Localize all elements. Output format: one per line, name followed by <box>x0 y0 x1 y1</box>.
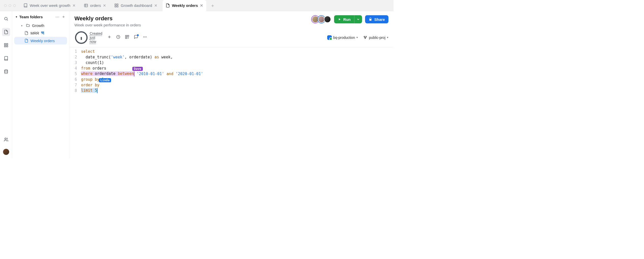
table-icon <box>84 3 88 8</box>
sidebar-title: Team folders <box>19 15 53 19</box>
created-label: Created just now <box>90 31 103 44</box>
search-button[interactable] <box>2 15 10 23</box>
close-icon[interactable]: ✕ <box>72 3 76 8</box>
line-number: 2 <box>69 55 81 59</box>
collapse-icon[interactable]: ▾ <box>16 15 17 19</box>
dashboards-button[interactable] <box>2 41 10 49</box>
grid-icon <box>114 3 119 8</box>
info-icon <box>74 31 88 44</box>
svg-rect-1 <box>115 4 116 5</box>
share-button[interactable]: Share <box>365 15 388 23</box>
created-info[interactable]: Created just now <box>74 31 103 44</box>
search-icon <box>4 17 8 21</box>
sidebar-item-label: MRR <box>30 31 39 35</box>
project-picker[interactable]: public-proj ▾ <box>363 35 388 40</box>
avatar[interactable] <box>324 16 331 23</box>
tab-label: Growth dashboard <box>121 3 152 8</box>
chevron-right-icon: ▸ <box>21 24 24 27</box>
project-label: public-proj <box>369 36 385 40</box>
svg-rect-7 <box>6 43 8 45</box>
clock-icon <box>116 35 120 39</box>
svg-point-10 <box>5 70 8 71</box>
svg-point-5 <box>5 17 7 20</box>
tab-label: orders <box>90 3 101 8</box>
docs-button[interactable] <box>2 54 10 62</box>
window-controls[interactable] <box>4 4 16 7</box>
history-button[interactable] <box>116 35 120 40</box>
line-number: 7 <box>69 83 81 87</box>
tab-weekly-orders[interactable]: Weekly orders ✕ <box>163 0 206 11</box>
doc-title[interactable]: Weekly orders <box>74 15 313 22</box>
chart-badge-icon <box>41 31 44 35</box>
svg-point-18 <box>145 37 145 38</box>
sidebar-item-mrr[interactable]: MRR <box>14 29 67 37</box>
run-button[interactable]: Run <box>334 15 354 23</box>
line-number: 8 <box>69 88 81 93</box>
sql-editor[interactable]: 1select 2 date_trunc('week', orderdate) … <box>69 47 394 95</box>
collaborator-avatars[interactable] <box>313 16 331 23</box>
minimize-window-icon[interactable] <box>9 4 11 7</box>
tab-week-over-week-growth[interactable]: Week over week growth ✕ <box>20 0 79 11</box>
close-icon[interactable]: ✕ <box>154 3 158 8</box>
add-button[interactable] <box>107 35 112 40</box>
grid-icon <box>4 43 8 47</box>
svg-rect-8 <box>6 46 8 47</box>
data-button[interactable] <box>2 68 10 76</box>
close-icon[interactable]: ✕ <box>103 3 106 8</box>
current-user-avatar[interactable] <box>3 149 9 155</box>
chevron-down-icon: ▾ <box>356 36 358 39</box>
close-icon[interactable]: ✕ <box>200 3 203 8</box>
svg-rect-15 <box>125 37 127 39</box>
chevron-down-icon <box>356 18 360 21</box>
presence-cursor-dave: Dave <box>132 67 143 71</box>
svg-point-22 <box>365 38 366 39</box>
files-button[interactable] <box>2 28 10 36</box>
file-icon <box>24 31 28 35</box>
presence-cursor-linda: Linda <box>99 78 111 82</box>
sidebar-item-weekly-orders[interactable]: Weekly orders <box>14 37 67 44</box>
comments-button[interactable] <box>134 35 138 40</box>
svg-point-11 <box>5 138 6 139</box>
database-icon <box>4 69 8 74</box>
line-number: 1 <box>69 49 81 54</box>
run-label: Run <box>343 17 351 22</box>
sidebar-item-growth[interactable]: ▸ Growth <box>14 22 67 29</box>
tab-orders[interactable]: orders ✕ <box>81 0 109 11</box>
more-icon <box>143 35 147 39</box>
add-icon[interactable]: ＋ <box>61 14 66 20</box>
file-icon <box>24 39 28 43</box>
connection-label: bq-production <box>333 36 355 40</box>
close-window-icon[interactable] <box>4 4 7 7</box>
project-icon <box>363 35 367 40</box>
book-icon <box>4 56 8 61</box>
doc-subtitle[interactable]: Week over week performance in orders <box>74 23 313 27</box>
tab-label: Week over week growth <box>30 3 70 8</box>
new-tab-button[interactable]: ＋ <box>208 3 217 9</box>
more-icon[interactable]: ⋯ <box>55 14 59 19</box>
tab-growth-dashboard[interactable]: Growth dashboard ✕ <box>111 0 160 11</box>
line-number: 6 <box>69 77 81 82</box>
people-icon <box>4 137 8 142</box>
grid-plus-icon <box>125 35 129 39</box>
file-icon <box>4 30 8 34</box>
line-number: 5 <box>69 72 81 76</box>
line-number: 3 <box>69 60 81 65</box>
more-button[interactable] <box>143 35 147 40</box>
connection-status-icon <box>327 35 332 40</box>
svg-point-20 <box>364 36 365 37</box>
run-options-button[interactable] <box>354 15 362 23</box>
zoom-window-icon[interactable] <box>13 4 16 7</box>
svg-rect-2 <box>117 4 118 5</box>
svg-rect-6 <box>4 43 6 45</box>
share-label: Share <box>374 17 385 22</box>
play-icon <box>338 18 341 21</box>
sidebar: ▾ Team folders ⋯ ＋ ▸ Growth MRR Weekly o… <box>12 11 69 158</box>
folder-icon <box>26 23 30 27</box>
tab-bar: Week over week growth ✕ orders ✕ Growth … <box>0 0 394 11</box>
connection-picker[interactable]: bq-production ▾ <box>327 35 358 40</box>
main-pane: Weekly orders Week over week performance… <box>69 11 394 158</box>
add-block-button[interactable] <box>125 35 129 40</box>
people-button[interactable] <box>2 136 10 144</box>
sidebar-item-label: Weekly orders <box>30 39 55 43</box>
svg-rect-16 <box>128 36 129 37</box>
